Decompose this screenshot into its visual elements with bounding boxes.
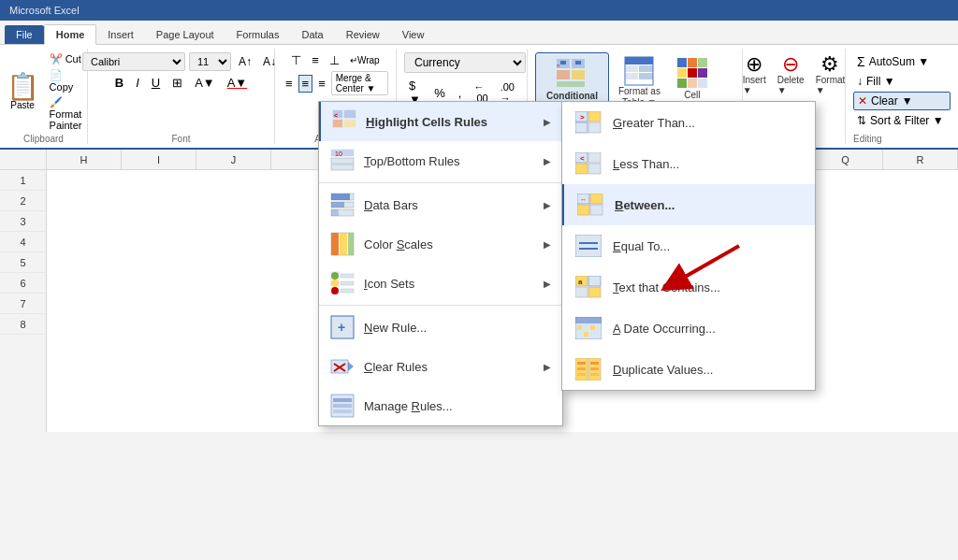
svg-rect-31 xyxy=(348,233,354,255)
submenu-item-duplicate-values[interactable]: Duplicate Values... xyxy=(562,349,815,390)
submenu-item-between[interactable]: ↔ Between... xyxy=(562,184,815,225)
format-button[interactable]: ⚙ Format ▼ xyxy=(812,52,849,97)
data-bars-arrow: ▶ xyxy=(544,200,551,210)
between-label: Between... xyxy=(615,198,675,212)
color-scales-icon xyxy=(330,232,355,256)
bold-button[interactable]: B xyxy=(110,74,128,92)
svg-marker-43 xyxy=(348,362,354,371)
svg-rect-87 xyxy=(590,373,599,376)
svg-text:+: + xyxy=(338,320,345,335)
tab-page-layout[interactable]: Page Layout xyxy=(145,25,225,44)
clipboard-group-content: 📋 Paste ✂️ Cut 📄 Copy 🖌️ Format Painter xyxy=(3,49,85,132)
autosum-button[interactable]: Σ AutoSum ▼ xyxy=(853,52,951,71)
editing-group: Σ AutoSum ▼ ↓ Fill ▼ ✕ Clear ▼ ⇅ Sort & … xyxy=(846,49,958,144)
wrap-text-button[interactable]: ↵Wrap xyxy=(346,54,384,66)
paste-button[interactable]: 📋 Paste xyxy=(3,72,43,112)
col-header-j[interactable]: J xyxy=(196,150,271,169)
svg-rect-79 xyxy=(584,332,588,337)
merge-center-button[interactable]: Merge & Center ▼ xyxy=(331,71,388,95)
svg-rect-69 xyxy=(588,276,601,286)
tab-home[interactable]: Home xyxy=(44,24,97,45)
tab-data[interactable]: Data xyxy=(290,25,334,44)
col-header-r[interactable]: R xyxy=(883,150,958,169)
row-num-6: 6 xyxy=(0,273,46,294)
top-align-button[interactable]: ⊤ xyxy=(287,52,305,68)
align-center-button[interactable]: ≡ xyxy=(298,75,313,93)
highlight-cells-label: Highlight Cells Rules xyxy=(366,115,534,129)
text-contains-icon: a xyxy=(575,276,602,298)
svg-rect-16 xyxy=(333,120,342,127)
submenu-item-greater-than[interactable]: > Greater Than... xyxy=(562,102,815,143)
comma-button[interactable]: , xyxy=(454,84,467,102)
new-rule-label: New Rule... xyxy=(364,321,551,335)
svg-rect-15 xyxy=(344,110,356,118)
submenu-item-less-than[interactable]: < Less Than... xyxy=(562,143,815,184)
svg-rect-78 xyxy=(577,332,582,337)
sort-filter-button[interactable]: ⇅ Sort & Filter ▼ xyxy=(853,112,951,129)
cut-button[interactable]: ✂️ Cut xyxy=(47,52,85,66)
underline-button[interactable]: U xyxy=(147,74,165,92)
clear-button[interactable]: ✕ Clear ▼ xyxy=(853,92,951,110)
middle-align-button[interactable]: ≡ xyxy=(308,52,323,68)
svg-rect-5 xyxy=(560,61,566,65)
cf-menu-item-manage-rules[interactable]: Manage Rules... xyxy=(319,386,562,425)
border-button[interactable]: ⊞ xyxy=(167,74,187,92)
font-family-select[interactable]: Calibri xyxy=(82,52,185,71)
cf-menu-item-data-bars[interactable]: Data Bars ▶ xyxy=(319,185,562,224)
cf-menu-item-color-scales[interactable]: Color Scales ▶ xyxy=(319,224,562,264)
row-num-5: 5 xyxy=(0,252,46,273)
fill-color-button[interactable]: A▼ xyxy=(190,74,220,92)
align-left-button[interactable]: ≡ xyxy=(283,76,296,92)
submenu-item-equal-to[interactable]: Equal To... xyxy=(562,225,815,266)
clear-rules-label: Clear Rules xyxy=(364,360,534,374)
fill-button[interactable]: ↓ Fill ▼ xyxy=(853,73,951,90)
row-num-2: 2 xyxy=(0,191,46,211)
font-size-select[interactable]: 11 xyxy=(189,52,231,71)
font-color-button[interactable]: A▼ xyxy=(223,74,253,92)
delete-button[interactable]: ⊖ Delete ▼ xyxy=(774,52,808,97)
duplicate-values-icon xyxy=(575,358,602,381)
svg-rect-53 xyxy=(588,122,601,133)
insert-button[interactable]: ⊕ Insert ▼ xyxy=(739,52,770,97)
color-scales-arrow: ▶ xyxy=(544,239,551,250)
svg-text:10: 10 xyxy=(335,151,342,157)
svg-rect-83 xyxy=(590,362,599,365)
less-than-label: Less Than... xyxy=(613,157,679,171)
submenu-item-text-contains[interactable]: a Text that Contains... xyxy=(562,266,815,308)
number-format-select[interactable]: Currency General Number Percentage xyxy=(404,52,526,73)
svg-rect-51 xyxy=(588,111,601,122)
svg-rect-28 xyxy=(331,209,339,216)
col-header-h[interactable]: H xyxy=(47,150,122,169)
cf-menu-item-highlight-cells[interactable]: < Highlight Cells Rules ▶ xyxy=(319,102,562,141)
svg-rect-12 xyxy=(639,73,653,79)
format-painter-button[interactable]: 🖌️ Format Painter xyxy=(47,95,85,132)
svg-rect-49 xyxy=(333,409,352,413)
svg-text:<: < xyxy=(557,63,560,68)
equal-to-label: Equal To... xyxy=(613,239,670,253)
svg-rect-74 xyxy=(575,317,602,323)
percent-button[interactable]: % xyxy=(429,84,450,102)
increase-font-button[interactable]: A↑ xyxy=(235,53,255,70)
cf-menu-item-icon-sets[interactable]: Icon Sets ▶ xyxy=(319,264,562,303)
svg-rect-29 xyxy=(331,233,339,255)
tab-formulas[interactable]: Formulas xyxy=(225,25,291,44)
copy-button[interactable]: 📄 Copy xyxy=(47,68,85,93)
row-num-3: 3 xyxy=(0,211,46,232)
tab-view[interactable]: View xyxy=(391,25,436,44)
col-header-q[interactable]: Q xyxy=(808,150,883,169)
svg-rect-37 xyxy=(341,274,354,278)
svg-rect-6 xyxy=(575,61,581,65)
submenu-item-date-occurring[interactable]: A Date Occurring... xyxy=(562,308,815,349)
bottom-align-button[interactable]: ⊥ xyxy=(326,52,343,68)
tab-file[interactable]: File xyxy=(5,25,44,44)
align-right-button[interactable]: ≡ xyxy=(315,76,328,92)
svg-rect-61 xyxy=(590,194,602,204)
cf-menu-item-top-bottom[interactable]: 10 Top/Bottom Rules ▶ xyxy=(319,141,562,180)
cf-menu-item-clear-rules[interactable]: Clear Rules ▶ xyxy=(319,347,562,386)
svg-rect-39 xyxy=(341,289,354,293)
italic-button[interactable]: I xyxy=(131,74,144,92)
cf-menu-item-new-rule[interactable]: + New Rule... xyxy=(319,308,562,347)
tab-insert[interactable]: Insert xyxy=(96,25,145,44)
tab-review[interactable]: Review xyxy=(335,25,391,44)
col-header-i[interactable]: I xyxy=(122,150,196,169)
